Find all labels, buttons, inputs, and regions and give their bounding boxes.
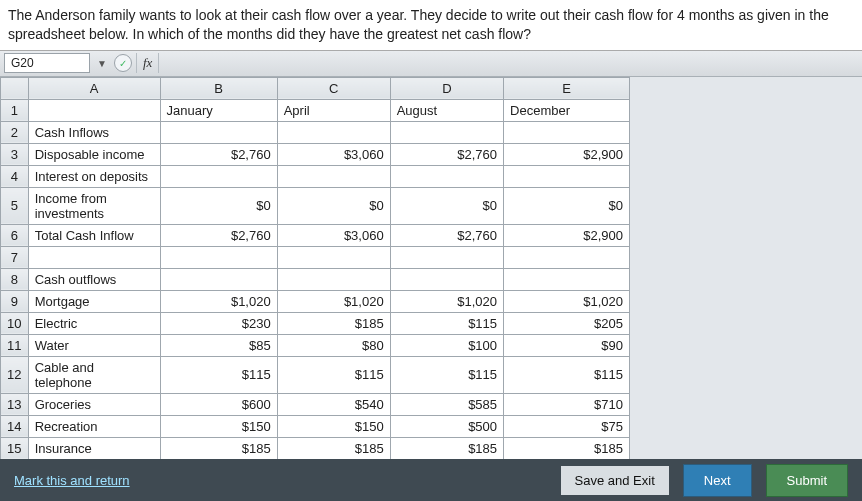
cell[interactable]: Water: [28, 334, 160, 356]
cell[interactable]: Cash Inflows: [28, 121, 160, 143]
cell[interactable]: Mortgage: [28, 290, 160, 312]
cell[interactable]: $1,020: [160, 290, 277, 312]
cell[interactable]: $2,900: [504, 143, 630, 165]
cell[interactable]: Cable and telephone: [28, 356, 160, 393]
row-header[interactable]: 6: [1, 224, 29, 246]
cell[interactable]: [504, 121, 630, 143]
cell[interactable]: [28, 246, 160, 268]
col-header-b[interactable]: B: [160, 77, 277, 99]
col-header-a[interactable]: A: [28, 77, 160, 99]
cell[interactable]: $2,900: [504, 224, 630, 246]
confirm-icon[interactable]: ✓: [114, 54, 132, 72]
cell[interactable]: January: [160, 99, 277, 121]
cell[interactable]: [277, 121, 390, 143]
row-header[interactable]: 7: [1, 246, 29, 268]
cell[interactable]: $230: [160, 312, 277, 334]
cell[interactable]: Total Cash Inflow: [28, 224, 160, 246]
save-exit-button[interactable]: Save and Exit: [561, 466, 669, 495]
cell[interactable]: Interest on deposits: [28, 165, 160, 187]
cell[interactable]: $150: [160, 415, 277, 437]
cell[interactable]: $115: [160, 356, 277, 393]
col-header-e[interactable]: E: [504, 77, 630, 99]
row-header[interactable]: 4: [1, 165, 29, 187]
cell[interactable]: $0: [160, 187, 277, 224]
row-header[interactable]: 15: [1, 437, 29, 459]
cell[interactable]: $2,760: [160, 143, 277, 165]
cell[interactable]: $2,760: [390, 143, 503, 165]
cell[interactable]: $500: [390, 415, 503, 437]
chevron-down-icon[interactable]: ▼: [94, 53, 110, 73]
cell[interactable]: $185: [504, 437, 630, 459]
row-header[interactable]: 2: [1, 121, 29, 143]
cell[interactable]: $150: [277, 415, 390, 437]
cell[interactable]: [390, 121, 503, 143]
row-header[interactable]: 8: [1, 268, 29, 290]
cell[interactable]: [504, 268, 630, 290]
cell[interactable]: [277, 246, 390, 268]
cell[interactable]: $90: [504, 334, 630, 356]
row-header[interactable]: 5: [1, 187, 29, 224]
cell[interactable]: Disposable income: [28, 143, 160, 165]
cell[interactable]: [160, 246, 277, 268]
cell[interactable]: Groceries: [28, 393, 160, 415]
cell[interactable]: $585: [390, 393, 503, 415]
cell[interactable]: Income from investments: [28, 187, 160, 224]
cell[interactable]: [277, 268, 390, 290]
cell[interactable]: $540: [277, 393, 390, 415]
cell[interactable]: [277, 165, 390, 187]
row-header[interactable]: 9: [1, 290, 29, 312]
cell[interactable]: $185: [160, 437, 277, 459]
cell[interactable]: $3,060: [277, 224, 390, 246]
cell[interactable]: $1,020: [504, 290, 630, 312]
cell[interactable]: [390, 246, 503, 268]
cell[interactable]: April: [277, 99, 390, 121]
row-header[interactable]: 13: [1, 393, 29, 415]
cell[interactable]: $185: [277, 437, 390, 459]
cell[interactable]: $0: [277, 187, 390, 224]
row-header[interactable]: 10: [1, 312, 29, 334]
cell[interactable]: $3,060: [277, 143, 390, 165]
cell[interactable]: [160, 268, 277, 290]
cell[interactable]: [390, 268, 503, 290]
cell[interactable]: $185: [390, 437, 503, 459]
cell[interactable]: August: [390, 99, 503, 121]
cell[interactable]: Cash outflows: [28, 268, 160, 290]
cell[interactable]: $0: [504, 187, 630, 224]
cell[interactable]: [504, 165, 630, 187]
row-header[interactable]: 3: [1, 143, 29, 165]
cell[interactable]: Electric: [28, 312, 160, 334]
cell[interactable]: [28, 99, 160, 121]
row-header[interactable]: 1: [1, 99, 29, 121]
cell[interactable]: $2,760: [390, 224, 503, 246]
cell[interactable]: [160, 121, 277, 143]
mark-return-link[interactable]: Mark this and return: [14, 473, 130, 488]
cell-reference-box[interactable]: G20: [4, 53, 90, 73]
cell[interactable]: $205: [504, 312, 630, 334]
row-header[interactable]: 14: [1, 415, 29, 437]
cell[interactable]: $85: [160, 334, 277, 356]
submit-button[interactable]: Submit: [766, 464, 848, 497]
col-header-c[interactable]: C: [277, 77, 390, 99]
cell[interactable]: Recreation: [28, 415, 160, 437]
row-header[interactable]: 11: [1, 334, 29, 356]
cell[interactable]: $2,760: [160, 224, 277, 246]
cell[interactable]: $115: [504, 356, 630, 393]
cell[interactable]: $115: [390, 356, 503, 393]
cell[interactable]: [160, 165, 277, 187]
next-button[interactable]: Next: [683, 464, 752, 497]
cell[interactable]: [390, 165, 503, 187]
cell[interactable]: Insurance: [28, 437, 160, 459]
cell[interactable]: $1,020: [390, 290, 503, 312]
cell[interactable]: $115: [390, 312, 503, 334]
cell[interactable]: $0: [390, 187, 503, 224]
cell[interactable]: [504, 246, 630, 268]
cell[interactable]: $80: [277, 334, 390, 356]
cell[interactable]: $75: [504, 415, 630, 437]
col-header-d[interactable]: D: [390, 77, 503, 99]
cell[interactable]: December: [504, 99, 630, 121]
corner-cell[interactable]: [1, 77, 29, 99]
cell[interactable]: $185: [277, 312, 390, 334]
cell[interactable]: $115: [277, 356, 390, 393]
fx-label[interactable]: fx: [136, 53, 159, 73]
cell[interactable]: $1,020: [277, 290, 390, 312]
